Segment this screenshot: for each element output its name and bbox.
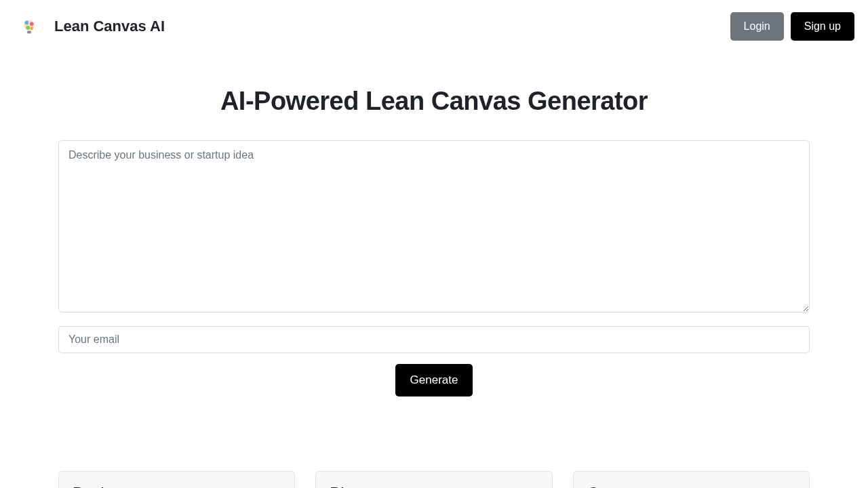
idea-textarea[interactable] — [58, 140, 810, 312]
page-title: AI-Powered Lean Canvas Generator — [58, 87, 810, 116]
brand-name: Lean Canvas AI — [54, 18, 165, 35]
header-buttons: Login Sign up — [730, 12, 854, 41]
bulb-icon — [19, 16, 39, 37]
plan-name: Plus — [330, 484, 538, 488]
svg-point-2 — [30, 22, 34, 26]
svg-point-1 — [24, 21, 28, 25]
brand[interactable]: Lean Canvas AI — [19, 16, 165, 37]
svg-point-3 — [26, 26, 30, 30]
plan-card-basic[interactable]: Basic — [58, 471, 295, 488]
generate-button[interactable]: Generate — [395, 364, 473, 396]
plan-name: Custom — [587, 484, 795, 488]
plan-card-plus[interactable]: Plus — [315, 471, 552, 488]
header: Lean Canvas AI Login Sign up — [0, 0, 868, 53]
login-button[interactable]: Login — [730, 12, 784, 41]
svg-rect-5 — [27, 31, 31, 34]
email-field[interactable] — [58, 326, 810, 353]
main-content: AI-Powered Lean Canvas Generator Generat… — [0, 53, 868, 396]
svg-point-4 — [30, 26, 33, 30]
plan-name: Basic — [73, 484, 281, 488]
signup-button[interactable]: Sign up — [791, 12, 854, 41]
plan-card-custom[interactable]: Custom — [573, 471, 810, 488]
plans-row: Basic Plus Custom — [0, 396, 868, 488]
